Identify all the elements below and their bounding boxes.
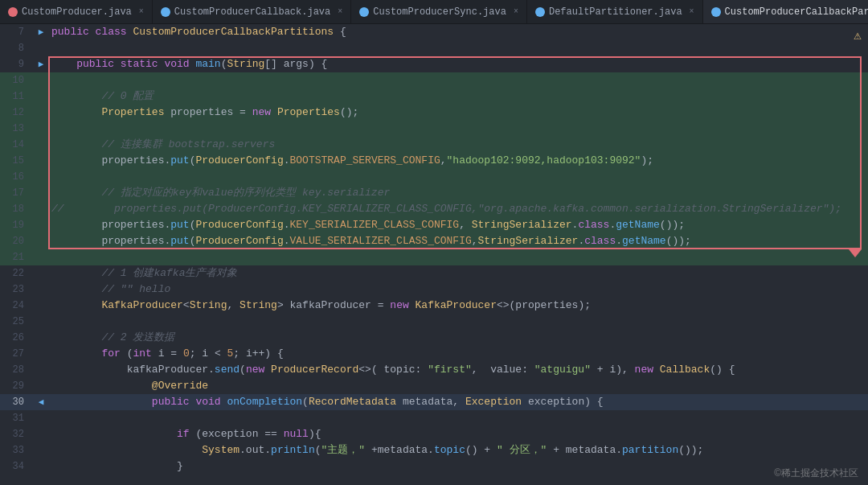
line-number: 22	[0, 265, 34, 282]
tab-icon	[711, 7, 721, 17]
tab-icon	[8, 7, 18, 17]
line-number: 13	[0, 121, 34, 137]
line-number: 17	[0, 185, 34, 201]
code-text: // 连接集群 bootstrap.servers	[48, 137, 868, 153]
line-number: 33	[0, 442, 34, 458]
line-number: 18	[0, 201, 34, 217]
line-number: 28	[0, 362, 34, 378]
code-text: properties.put(ProducerConfig.BOOTSTRAP_…	[48, 153, 868, 169]
tab-bar: CustomProducer.java × CustomProducerCall…	[0, 0, 868, 24]
code-text: // "" hello	[48, 282, 868, 298]
code-line-34: 34 }	[0, 458, 868, 475]
line-number: 10	[0, 72, 34, 88]
tab-close[interactable]: ×	[139, 7, 144, 16]
line-number: 19	[0, 217, 34, 233]
line-number: 20	[0, 233, 34, 249]
code-text: if (exception == null){	[48, 426, 868, 442]
line-number: 15	[0, 153, 34, 169]
line-number: 16	[0, 169, 34, 185]
line-number: 21	[0, 249, 34, 265]
code-line-16: 16	[0, 169, 868, 185]
code-line-18: 18 // properties.put(ProducerConfig.KEY_…	[0, 201, 868, 217]
code-line-25: 25	[0, 314, 868, 330]
fold-arrow: ▶	[34, 56, 48, 72]
code-text: public void onCompletion(RecordMetadata …	[48, 394, 868, 410]
code-area[interactable]: 7 ▶ public class CustomProducerCallbackP…	[0, 24, 868, 485]
line-number: 30	[0, 394, 34, 410]
code-text: // properties.put(ProducerConfig.KEY_SER…	[48, 201, 868, 217]
code-line-28: 28 kafkaProducer.send(new ProducerRecord…	[0, 362, 868, 378]
code-text: // 0 配置	[48, 88, 868, 105]
code-line-31: 31	[0, 410, 868, 426]
code-line-8: 8	[0, 40, 868, 56]
code-text: KafkaProducer<String, String> kafkaProdu…	[48, 298, 868, 314]
line-number: 11	[0, 88, 34, 105]
code-line-13: 13	[0, 121, 868, 137]
line-number: 32	[0, 426, 34, 442]
tab-label: CustomProducer.java	[22, 6, 132, 18]
tab-label: CustomProducerCallback.java	[174, 6, 330, 18]
code-text: }	[48, 458, 868, 475]
code-line-30: 30 ◀ public void onCompletion(RecordMeta…	[0, 394, 868, 410]
code-line-29: 29 @Override	[0, 378, 868, 394]
line-number: 9	[0, 56, 34, 72]
tab-close[interactable]: ×	[690, 7, 694, 16]
line-number: 7	[0, 24, 34, 40]
tab-close[interactable]: ×	[514, 7, 518, 16]
line-number: 34	[0, 458, 34, 475]
code-line-19: 19 properties.put(ProducerConfig.KEY_SER…	[0, 217, 868, 233]
code-text: properties.put(ProducerConfig.VALUE_SERI…	[48, 233, 868, 249]
tab-label: CustomProducerCallbackPartitions.java	[725, 6, 868, 18]
code-line-14: 14 // 连接集群 bootstrap.servers	[0, 137, 868, 153]
code-text: System.out.println("主题，" +metadata.topic…	[48, 442, 868, 458]
line-number: 8	[0, 40, 34, 56]
code-line-12: 12 Properties properties = new Propertie…	[0, 105, 868, 121]
code-text: @Override	[48, 378, 868, 394]
code-line-33: 33 System.out.println("主题，" +metadata.to…	[0, 442, 868, 458]
code-text: // 2 发送数据	[48, 330, 868, 346]
warning-icon: ⚠	[854, 27, 862, 43]
tab-icon	[535, 7, 545, 17]
fold-arrow: ◀	[34, 394, 48, 410]
tab-icon	[161, 7, 170, 17]
fold-arrow: ▶	[34, 24, 48, 40]
tab-custom-producer[interactable]: CustomProducer.java ×	[0, 0, 153, 24]
code-line-17: 17 // 指定对应的key和value的序列化类型 key.serialize…	[0, 185, 868, 201]
code-line-24: 24 KafkaProducer<String, String> kafkaPr…	[0, 298, 868, 314]
line-number: 25	[0, 314, 34, 330]
line-number: 12	[0, 105, 34, 121]
code-text: public class CustomProducerCallbackParti…	[48, 24, 868, 40]
code-text: for (int i = 0; i < 5; i++) {	[48, 346, 868, 362]
code-line-11: 11 // 0 配置	[0, 88, 868, 105]
tab-default-partitioner[interactable]: DefaultPartitioner.java ×	[527, 0, 703, 24]
tab-custom-producer-callback[interactable]: CustomProducerCallback.java ×	[153, 0, 351, 24]
code-line-27: 27 for (int i = 0; i < 5; i++) {	[0, 346, 868, 362]
line-number: 27	[0, 346, 34, 362]
line-number: 23	[0, 282, 34, 298]
code-text: kafkaProducer.send(new ProducerRecord<>(…	[48, 362, 868, 378]
line-number: 29	[0, 378, 34, 394]
code-line-15: 15 properties.put(ProducerConfig.BOOTSTR…	[0, 153, 868, 169]
code-text: // 指定对应的key和value的序列化类型 key.serializer	[48, 185, 868, 201]
code-text: Properties properties = new Properties()…	[48, 105, 868, 121]
code-line-9: 9 ▶ public static void main(String[] arg…	[0, 56, 868, 72]
code-line-22: 22 // 1 创建kafka生产者对象	[0, 265, 868, 282]
tab-close[interactable]: ×	[338, 7, 342, 16]
tab-label: DefaultPartitioner.java	[549, 6, 682, 18]
code-text: // 1 创建kafka生产者对象	[48, 265, 868, 282]
code-text: public static void main(String[] args) {	[48, 56, 868, 72]
tab-custom-producer-sync[interactable]: CustomProducerSync.java ×	[351, 0, 527, 24]
code-text: properties.put(ProducerConfig.KEY_SERIAL…	[48, 217, 868, 233]
code-line-23: 23 // "" hello	[0, 282, 868, 298]
code-line-10: 10	[0, 72, 868, 88]
editor: ⚠ 7 ▶ public class CustomProducerCallbac…	[0, 24, 868, 485]
tab-label: CustomProducerSync.java	[373, 6, 506, 18]
code-line-7: 7 ▶ public class CustomProducerCallbackP…	[0, 24, 868, 40]
code-line-21: 21	[0, 249, 868, 265]
code-line-20: 20 properties.put(ProducerConfig.VALUE_S…	[0, 233, 868, 249]
line-number: 26	[0, 330, 34, 346]
line-number: 24	[0, 298, 34, 314]
line-number: 14	[0, 137, 34, 153]
tab-custom-producer-callback-partitions[interactable]: CustomProducerCallbackPartitions.java ×	[703, 0, 868, 24]
line-number: 31	[0, 410, 34, 426]
